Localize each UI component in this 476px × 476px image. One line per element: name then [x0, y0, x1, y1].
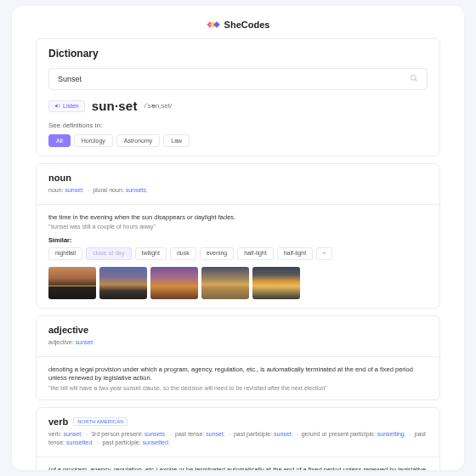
word-forms: noun: sunset; - plural noun: sunsets; — [48, 186, 428, 196]
thumbnail-image[interactable] — [201, 267, 249, 299]
region-badge: NORTH AMERICAN — [73, 417, 128, 426]
phonetic: /ˈsənˌset/ — [144, 102, 173, 110]
definition-card-noun: nounnoun: sunset; - plural noun: sunsets… — [36, 163, 440, 309]
svg-line-4 — [415, 79, 416, 81]
similar-chip[interactable]: half-light — [277, 247, 313, 260]
definition-text: (of a program, agency, regulation, etc.)… — [48, 466, 428, 471]
svg-point-3 — [411, 75, 416, 80]
definition-card-verb: verbNORTH AMERICANverb: sunset; - 3rd pe… — [36, 407, 440, 471]
app-window: SheCodes Dictionary Listen sun·set /ˈsə — [12, 6, 464, 470]
similar-chip[interactable]: close of day — [86, 247, 131, 260]
search-box[interactable] — [48, 68, 428, 90]
definition-text: denoting a legal provision under which a… — [48, 366, 428, 383]
chevron-down-icon[interactable] — [316, 247, 332, 260]
brand-header: SheCodes — [12, 6, 464, 38]
thumbnail-image[interactable] — [150, 267, 198, 299]
example-text: "the bill will have a two-year sunset cl… — [48, 385, 428, 391]
word-forms: adjective: sunset; — [48, 338, 428, 348]
search-input[interactable] — [58, 75, 410, 83]
thumbnail-image[interactable] — [252, 267, 300, 299]
example-text: "sunset was still a couple of hours away… — [48, 224, 428, 230]
definition-tabs: AllHorologyAstronomyLaw — [48, 134, 428, 147]
sound-icon — [54, 103, 60, 110]
word-forms: verb: sunset; - 3rd person present: suns… — [48, 430, 428, 448]
similar-row: nightfallclose of daytwilightduskevening… — [48, 247, 428, 260]
similar-chip[interactable]: half-light — [237, 247, 273, 260]
brand-logo-icon — [207, 18, 220, 31]
listen-label: Listen — [63, 103, 79, 109]
headword: sun·set — [92, 99, 138, 113]
similar-chip[interactable]: evening — [200, 247, 235, 260]
part-of-speech: noun — [48, 173, 428, 183]
similar-label: Similar: — [48, 236, 428, 244]
svg-rect-2 — [213, 21, 220, 28]
thumbnail-image[interactable] — [48, 267, 96, 299]
search-icon[interactable] — [410, 74, 418, 84]
header-card: Dictionary Listen sun·set /ˈsənˌset/ See… — [36, 38, 440, 156]
tab-astronomy[interactable]: Astronomy — [116, 134, 160, 147]
part-of-speech: adjective — [48, 325, 428, 335]
tab-all[interactable]: All — [48, 134, 71, 147]
headword-row: Listen sun·set /ˈsənˌset/ — [48, 99, 428, 113]
image-thumbnails — [48, 267, 428, 299]
tab-horology[interactable]: Horology — [74, 134, 113, 147]
similar-chip[interactable]: nightfall — [48, 247, 82, 260]
tab-law[interactable]: Law — [163, 134, 190, 147]
part-of-speech: verbNORTH AMERICAN — [48, 416, 428, 427]
thumbnail-image[interactable] — [99, 267, 147, 299]
similar-chip[interactable]: dusk — [170, 247, 196, 260]
listen-button[interactable]: Listen — [48, 100, 85, 112]
brand-name: SheCodes — [224, 20, 270, 30]
similar-chip[interactable]: twilight — [135, 247, 167, 260]
page-title: Dictionary — [48, 48, 428, 60]
definition-card-adjective: adjectiveadjective: sunset;denoting a le… — [36, 315, 440, 400]
definition-text: the time in the evening when the sun dis… — [48, 213, 428, 223]
see-definitions-label: See definitions in: — [48, 122, 428, 129]
